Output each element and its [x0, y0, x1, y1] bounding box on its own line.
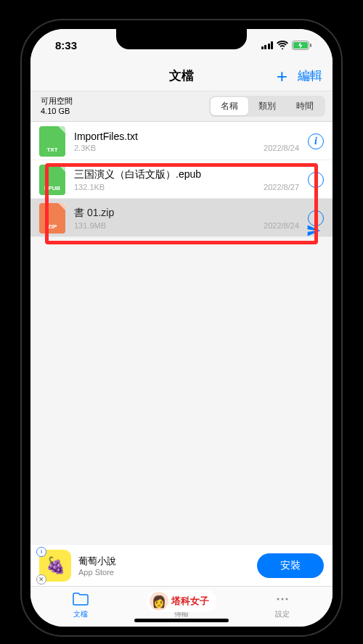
phone-frame: 8:33 文檔 + 編輯 可用空間 4.10 GB	[22, 20, 341, 635]
send-icon[interactable]	[306, 223, 321, 241]
file-size: 132.1KB	[74, 183, 105, 191]
nav-bar: 文檔 + 編輯	[30, 61, 333, 91]
toolbar: 可用空間 4.10 GB 名稱 類別 時間	[30, 91, 333, 122]
edit-button[interactable]: 編輯	[298, 67, 322, 84]
tab-settings[interactable]: 設定	[274, 592, 291, 619]
file-date: 2022/8/27	[264, 183, 299, 191]
folder-icon	[72, 592, 89, 608]
file-name: ImportFiles.txt	[74, 131, 299, 142]
file-name: 書 01.zip	[74, 207, 299, 220]
tab-label: 設定	[275, 609, 290, 619]
wifi-icon	[277, 41, 288, 49]
info-button[interactable]: i	[308, 172, 324, 188]
ad-subtitle: App Store	[78, 568, 250, 577]
file-name: 三国演义（白话文版）.epub	[74, 168, 299, 181]
file-row[interactable]: ZIP 書 01.zip 131.9MB 2022/8/24 i	[30, 199, 333, 237]
svg-rect-2	[310, 44, 311, 47]
sort-by-time[interactable]: 時間	[286, 97, 324, 115]
ad-title: 葡萄小說	[78, 555, 250, 568]
info-button[interactable]: i	[308, 133, 324, 149]
more-icon	[274, 592, 291, 608]
free-space-label: 可用空間 4.10 GB	[41, 96, 73, 117]
add-button[interactable]: +	[277, 67, 287, 86]
svg-point-4	[281, 598, 283, 600]
home-indicator[interactable]	[134, 619, 229, 622]
sort-by-name[interactable]: 名稱	[211, 97, 248, 115]
phone-screen: 8:33 文檔 + 編輯 可用空間 4.10 GB	[30, 29, 333, 627]
file-row[interactable]: TXT ImportFiles.txt 2.3KB 2022/8/24 i	[30, 122, 333, 160]
svg-point-3	[277, 598, 279, 600]
watermark-avatar: 👩	[150, 592, 168, 611]
signal-icon	[261, 41, 274, 49]
tab-documents[interactable]: 文檔	[72, 592, 89, 619]
file-icon-epub: EPUB	[39, 165, 65, 195]
ad-close-icon[interactable]: ✕	[36, 574, 46, 585]
sort-segmented: 名稱 類別 時間	[209, 96, 325, 117]
file-row[interactable]: EPUB 三国演义（白话文版）.epub 132.1KB 2022/8/27 i	[30, 160, 333, 199]
file-icon-txt: TXT	[39, 126, 65, 157]
ad-install-button[interactable]: 安裝	[257, 553, 324, 578]
file-list: TXT ImportFiles.txt 2.3KB 2022/8/24 i EP…	[30, 122, 333, 544]
file-size: 2.3KB	[74, 144, 96, 152]
watermark: 👩 塔科女子	[147, 590, 216, 612]
ad-info-icon[interactable]: i	[36, 547, 46, 557]
file-size: 131.9MB	[74, 221, 106, 230]
watermark-text: 塔科女子	[171, 595, 209, 608]
notch	[116, 29, 247, 49]
tab-label: 文檔	[73, 609, 88, 619]
file-icon-zip: ZIP	[39, 203, 65, 234]
sort-by-type[interactable]: 類別	[248, 97, 286, 115]
ad-banner[interactable]: i ✕ 🍇 葡萄小說 App Store 安裝	[30, 544, 333, 586]
space-label: 可用空間	[41, 96, 73, 107]
file-date: 2022/8/24	[264, 221, 299, 230]
svg-point-5	[285, 598, 287, 600]
file-date: 2022/8/24	[264, 144, 299, 152]
status-time: 8:33	[55, 39, 77, 51]
ad-app-icon: i ✕ 🍇	[39, 550, 71, 582]
space-value: 4.10 GB	[41, 107, 73, 117]
page-title: 文檔	[169, 67, 194, 84]
status-indicators	[261, 41, 313, 50]
battery-icon	[292, 41, 312, 50]
